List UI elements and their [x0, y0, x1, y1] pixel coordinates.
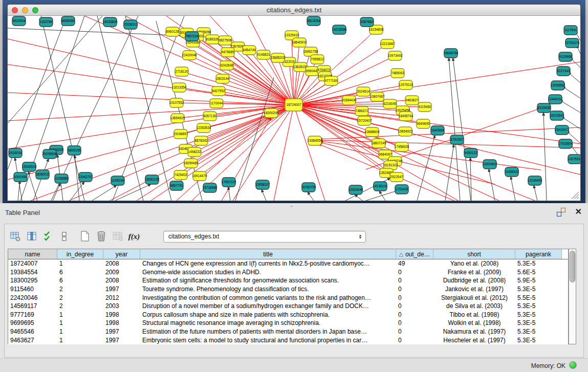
table-row[interactable]: 977716911998Corpus callosum shape and si…: [8, 311, 568, 319]
scrollbar-thumb[interactable]: [570, 251, 575, 282]
graph-node[interactable]: 8878342: [194, 136, 208, 145]
graph-node[interactable]: 15338313: [123, 20, 138, 29]
graph-node[interactable]: 7857224: [185, 32, 199, 41]
graph-node[interactable]: 16782759: [301, 183, 316, 192]
graph-node[interactable]: 8427552: [212, 86, 225, 96]
graph-node[interactable]: 13654925: [170, 114, 185, 123]
new-column-icon[interactable]: [77, 229, 93, 244]
graph-node[interactable]: 9699695: [417, 119, 430, 128]
graph-node[interactable]: 18724007: [285, 99, 302, 111]
graph-node[interactable]: 15751074: [565, 38, 580, 48]
graph-node[interactable]: 12444151: [548, 95, 563, 104]
graph-node[interactable]: 8186328: [206, 35, 219, 44]
citation-graph[interactable]: 1232541918640910169617587955812932203113…: [8, 16, 580, 201]
graph-node[interactable]: 13213354: [172, 83, 187, 92]
graph-node[interactable]: 9463627: [405, 96, 419, 105]
graph-node[interactable]: 12213987: [380, 39, 395, 49]
table-row[interactable]: 1938455462009Genome-wide association stu…: [8, 268, 568, 277]
graph-node[interactable]: 6216045: [383, 99, 397, 108]
column-header-pagerank[interactable]: pagerank: [515, 249, 562, 259]
table-selector-combobox[interactable]: citations_edges.txt ▲▼: [163, 231, 366, 243]
graph-node[interactable]: 17016504: [558, 139, 573, 148]
graph-node[interactable]: 7955812: [311, 55, 324, 64]
graph-node[interactable]: 6791907: [450, 135, 464, 144]
graph-node[interactable]: 9391990: [14, 172, 27, 182]
table-row[interactable]: 946554611997Estimation of the future num…: [8, 327, 568, 336]
citation-edge[interactable]: [319, 127, 580, 139]
graph-node[interactable]: 15166857: [173, 129, 188, 139]
graph-node[interactable]: 1145194: [111, 176, 124, 185]
graph-node[interactable]: 9990448: [306, 67, 319, 76]
graph-node[interactable]: 17456928: [395, 142, 409, 151]
rows-icon[interactable]: [57, 229, 72, 244]
graph-node[interactable]: 16033809: [103, 17, 118, 27]
graph-node[interactable]: 2803144: [216, 74, 229, 83]
graph-node[interactable]: 18350011: [35, 170, 50, 179]
citation-edge[interactable]: [262, 189, 266, 201]
graph-node[interactable]: 9115460: [418, 102, 431, 112]
citation-edge[interactable]: [216, 103, 294, 105]
graph-node[interactable]: 15685203: [271, 53, 286, 62]
citation-edge[interactable]: [274, 105, 294, 201]
graph-node[interactable]: 9129966: [559, 52, 572, 61]
import-table-icon[interactable]: [110, 229, 125, 244]
graph-node[interactable]: 18495764: [399, 112, 413, 121]
graph-node[interactable]: 12093582: [551, 81, 565, 90]
graph-node[interactable]: 7425402: [174, 170, 187, 180]
close-panel-icon[interactable]: ✕: [575, 207, 582, 216]
graph-node[interactable]: 10465422: [505, 167, 519, 177]
graph-node[interactable]: 14136141: [373, 182, 388, 191]
column-header-in_degree[interactable]: in_degree: [57, 249, 103, 259]
graph-node[interactable]: 8215935: [537, 103, 551, 113]
graph-node[interactable]: 7485063: [391, 69, 404, 78]
graph-node[interactable]: 10924502: [483, 160, 497, 169]
canvas-resize-grip-icon[interactable]: [574, 194, 579, 199]
graph-node[interactable]: 10688609: [365, 127, 380, 137]
graph-node[interactable]: 22420046: [182, 51, 197, 60]
graph-node[interactable]: 16210643: [550, 111, 564, 120]
graph-node[interactable]: 9242848: [220, 61, 233, 70]
graph-node[interactable]: 15932971: [555, 125, 570, 135]
graph-node[interactable]: 9805155: [68, 146, 81, 155]
graph-node[interactable]: 15720407: [357, 116, 372, 125]
citation-edge[interactable]: [562, 86, 580, 98]
citation-edge[interactable]: [97, 16, 143, 201]
graph-node[interactable]: 19218586: [332, 25, 347, 34]
citation-edge[interactable]: [543, 113, 547, 201]
graph-node[interactable]: 10973493: [388, 51, 403, 60]
table-row[interactable]: 1872400712008Changes of HCN gene express…: [8, 259, 568, 268]
graph-node[interactable]: 11156889: [54, 174, 69, 183]
graph-node[interactable]: 12100493: [528, 176, 542, 185]
table-row[interactable]: 911546021997Tourette syndrome. Phenomeno…: [8, 285, 568, 294]
table-settings-icon[interactable]: [8, 229, 23, 244]
graph-node[interactable]: 10958107: [255, 180, 270, 189]
graph-node[interactable]: 15930515: [22, 162, 37, 171]
graph-node[interactable]: 1733426: [395, 185, 408, 194]
column-header-short[interactable]: short: [433, 249, 515, 259]
graph-node[interactable]: 16099489: [184, 159, 199, 168]
citation-edge[interactable]: [8, 28, 185, 36]
graph-node[interactable]: 9146821: [257, 50, 270, 59]
graph-node[interactable]: 2087682: [360, 17, 374, 27]
graph-node[interactable]: 12942757: [78, 172, 93, 182]
graph-node[interactable]: 17957225: [222, 178, 236, 187]
column-header-name[interactable]: name: [8, 249, 57, 259]
graph-node[interactable]: 9857791: [170, 181, 183, 190]
citation-edge[interactable]: [8, 16, 102, 123]
graph-node[interactable]: 15718485: [203, 183, 217, 192]
citation-edge[interactable]: [453, 58, 471, 201]
citation-edge[interactable]: [294, 105, 405, 132]
table-scrollbar[interactable]: [569, 249, 576, 344]
graph-node[interactable]: 19654923: [398, 127, 413, 136]
graph-node[interactable]: 11675334: [568, 155, 580, 164]
graph-node[interactable]: 18807249: [372, 139, 386, 148]
window-titlebar[interactable]: citations_edges.txt: [8, 5, 580, 16]
graph-node[interactable]: 8267130: [203, 112, 216, 121]
citation-edge[interactable]: [51, 16, 138, 201]
citation-edge[interactable]: [92, 185, 117, 201]
graph-node[interactable]: 16648784: [444, 49, 459, 58]
citation-edge[interactable]: [534, 185, 537, 201]
select-all-icon[interactable]: [40, 229, 56, 244]
table-row[interactable]: 1456911722003Disruption of a novel membe…: [8, 302, 568, 311]
citation-edge[interactable]: [560, 100, 580, 113]
